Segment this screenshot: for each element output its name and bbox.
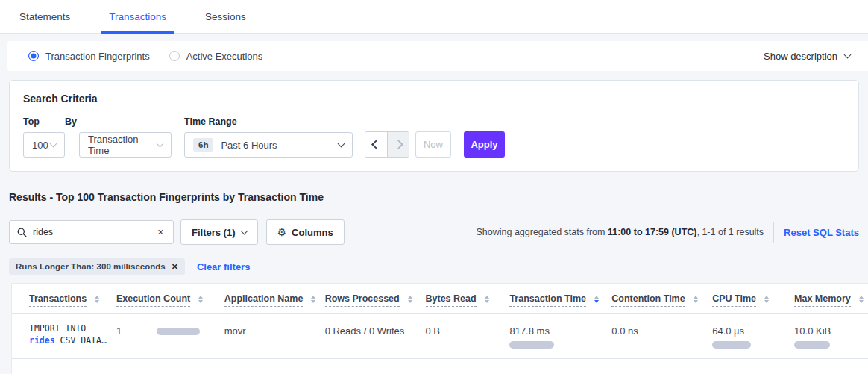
by-label: By bbox=[65, 116, 172, 127]
reset-sql-stats-link[interactable]: Reset SQL Stats bbox=[784, 227, 859, 238]
cell-bytes-read: 0 B bbox=[426, 314, 510, 358]
cell-rows-processed: 0 Reads / 0 Writes bbox=[325, 314, 426, 358]
max-memory-bar bbox=[794, 341, 830, 349]
sort-icon bbox=[859, 296, 864, 303]
column-header-transaction-time[interactable]: Transaction Time bbox=[509, 293, 611, 307]
chevron-down-icon bbox=[157, 140, 164, 147]
cell-contention-time: 0.0 ns bbox=[611, 314, 712, 358]
column-header-cpu-time[interactable]: CPU Time bbox=[712, 293, 794, 307]
filters-button-label: Filters (1) bbox=[192, 227, 236, 238]
show-description-label: Show description bbox=[764, 51, 837, 62]
column-header-rows-processed[interactable]: Rows Processed bbox=[325, 293, 426, 307]
table-row: IMPORT INTO rides CSV DATA… 1 movr 0 Rea… bbox=[12, 314, 868, 359]
columns-button-label: Columns bbox=[292, 227, 333, 238]
transaction-fingerprint-link[interactable]: IMPORT INTO rides CSV DATA… bbox=[12, 314, 116, 358]
previous-time-range-button[interactable] bbox=[365, 132, 387, 157]
divider bbox=[773, 222, 774, 243]
table-header-row: Transactions Execution Count Application… bbox=[12, 284, 868, 314]
show-description-toggle[interactable]: Show description bbox=[764, 51, 850, 62]
tab-statements[interactable]: Statements bbox=[11, 0, 78, 33]
time-range-field: Time Range 6h Past 6 Hours bbox=[172, 116, 353, 158]
cell-transaction-time: 817.8 ms bbox=[509, 314, 611, 358]
sort-icon bbox=[311, 296, 315, 303]
time-range-select[interactable]: 6h Past 6 Hours bbox=[184, 132, 353, 158]
top-select-value: 100 bbox=[32, 140, 51, 151]
aggregated-stats-text: Showing aggregated stats from 11:00 to 1… bbox=[476, 227, 764, 237]
cell-max-memory: 10.0 KiB bbox=[794, 314, 868, 358]
execution-count-bar bbox=[157, 328, 200, 335]
clear-filters-link[interactable]: Clear filters bbox=[197, 261, 251, 272]
now-button[interactable]: Now bbox=[415, 131, 451, 158]
remove-filter-icon[interactable]: ✕ bbox=[172, 262, 178, 272]
search-icon bbox=[17, 228, 27, 237]
radio-active-executions[interactable]: Active Executions bbox=[169, 51, 263, 62]
sort-icon bbox=[198, 296, 203, 303]
column-header-max-memory[interactable]: Max Memory bbox=[794, 293, 868, 307]
time-range-value: Past 6 Hours bbox=[221, 140, 339, 151]
cell-application-name: movr bbox=[224, 314, 325, 358]
filter-chip: Runs Longer Than: 300 milliseconds ✕ bbox=[9, 258, 185, 275]
cell-execution-count: 1 bbox=[116, 314, 224, 358]
sort-icon bbox=[694, 296, 698, 303]
tab-transactions[interactable]: Transactions bbox=[101, 0, 174, 33]
radio-transaction-fingerprints[interactable]: Transaction Fingerprints bbox=[28, 51, 150, 62]
search-criteria-card: Search Criteria Top 100 By Transaction T… bbox=[9, 80, 859, 172]
by-select-value: Transaction Time bbox=[88, 134, 157, 156]
filter-chip-label: Runs Longer Than: 300 milliseconds bbox=[16, 262, 166, 271]
results-heading: Results - Top 100 Transaction Fingerprin… bbox=[9, 191, 868, 203]
by-select[interactable]: Transaction Time bbox=[79, 132, 172, 158]
radio-label: Active Executions bbox=[186, 51, 263, 62]
results-toolbar: ✕ Filters (1) ⚙ Columns Showing aggregat… bbox=[9, 219, 859, 245]
cpu-time-bar bbox=[712, 341, 751, 349]
chevron-down-icon bbox=[338, 140, 345, 147]
sort-icon bbox=[485, 296, 489, 303]
gear-icon: ⚙ bbox=[277, 226, 287, 238]
apply-button[interactable]: Apply bbox=[464, 131, 505, 158]
column-header-contention-time[interactable]: Contention Time bbox=[611, 293, 712, 307]
next-time-range-button[interactable] bbox=[387, 132, 409, 157]
top-select[interactable]: 100 bbox=[23, 132, 65, 158]
time-range-label: Time Range bbox=[184, 116, 353, 127]
search-term-highlight: rides bbox=[29, 335, 55, 346]
radio-label: Transaction Fingerprints bbox=[45, 51, 150, 62]
sort-icon bbox=[764, 296, 769, 303]
sort-icon bbox=[408, 296, 412, 303]
stats-time-range: 11:00 to 17:59 (UTC) bbox=[608, 227, 696, 237]
radio-unselected-icon bbox=[169, 51, 180, 61]
column-header-application-name[interactable]: Application Name bbox=[224, 293, 325, 307]
results-table: Transactions Execution Count Application… bbox=[11, 283, 868, 374]
clear-search-icon[interactable]: ✕ bbox=[156, 226, 166, 239]
columns-button[interactable]: ⚙ Columns bbox=[266, 219, 345, 245]
results-search-box: ✕ bbox=[9, 220, 174, 244]
sort-desc-icon bbox=[594, 296, 599, 303]
cell-cpu-time: 64.0 µs bbox=[712, 314, 794, 358]
by-field: By Transaction Time bbox=[65, 116, 172, 158]
chevron-left-icon bbox=[371, 140, 381, 149]
top-label: Top bbox=[23, 116, 65, 127]
column-header-bytes-read[interactable]: Bytes Read bbox=[426, 293, 510, 307]
chevron-down-icon bbox=[844, 51, 852, 58]
chevron-right-icon bbox=[394, 140, 403, 149]
search-criteria-title: Search Criteria bbox=[23, 93, 845, 105]
filters-button[interactable]: Filters (1) bbox=[180, 219, 258, 245]
view-toggle-band: Transaction Fingerprints Active Executio… bbox=[7, 41, 868, 71]
sql-activity-tabbar: Statements Transactions Sessions bbox=[0, 0, 868, 34]
top-field: Top 100 bbox=[23, 116, 65, 158]
radio-selected-icon bbox=[28, 51, 39, 61]
time-range-badge: 6h bbox=[193, 138, 213, 152]
chevron-down-icon bbox=[240, 227, 248, 234]
sort-icon bbox=[95, 296, 99, 303]
active-filters-row: Runs Longer Than: 300 milliseconds ✕ Cle… bbox=[9, 258, 868, 275]
search-input[interactable] bbox=[33, 227, 156, 237]
column-header-execution-count[interactable]: Execution Count bbox=[116, 293, 224, 307]
time-range-pager bbox=[365, 131, 409, 158]
transaction-time-bar bbox=[509, 341, 554, 349]
tab-sessions[interactable]: Sessions bbox=[197, 0, 254, 33]
chevron-down-icon bbox=[50, 140, 57, 147]
column-header-transactions[interactable]: Transactions bbox=[12, 293, 116, 307]
